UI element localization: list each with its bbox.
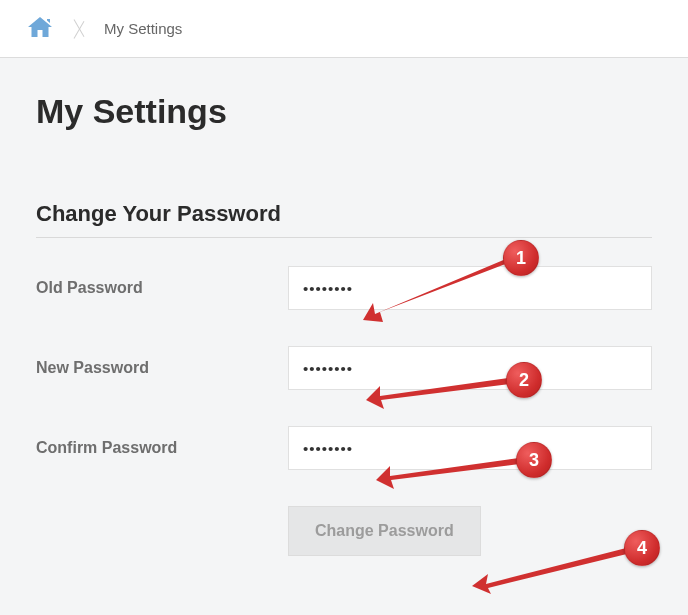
section-title: Change Your Password [36, 201, 652, 238]
breadcrumb-home[interactable] [10, 9, 70, 49]
change-password-form: Old Password New Password Confirm Passwo… [36, 266, 652, 556]
form-row-confirm-password: Confirm Password [36, 426, 652, 470]
page: My Settings Change Your Password Old Pas… [0, 58, 688, 556]
breadcrumb-separator-icon [74, 9, 96, 49]
form-row-old-password: Old Password [36, 266, 652, 310]
new-password-input[interactable] [288, 346, 652, 390]
breadcrumb: My Settings [10, 9, 182, 49]
breadcrumb-current: My Settings [96, 20, 182, 37]
new-password-label: New Password [36, 359, 288, 377]
home-icon [27, 16, 53, 42]
form-row-new-password: New Password [36, 346, 652, 390]
old-password-input[interactable] [288, 266, 652, 310]
form-row-submit: Change Password [36, 506, 652, 556]
confirm-password-input[interactable] [288, 426, 652, 470]
change-password-button[interactable]: Change Password [288, 506, 481, 556]
topbar: My Settings [0, 0, 688, 58]
old-password-label: Old Password [36, 279, 288, 297]
confirm-password-label: Confirm Password [36, 439, 288, 457]
page-title: My Settings [36, 92, 652, 131]
